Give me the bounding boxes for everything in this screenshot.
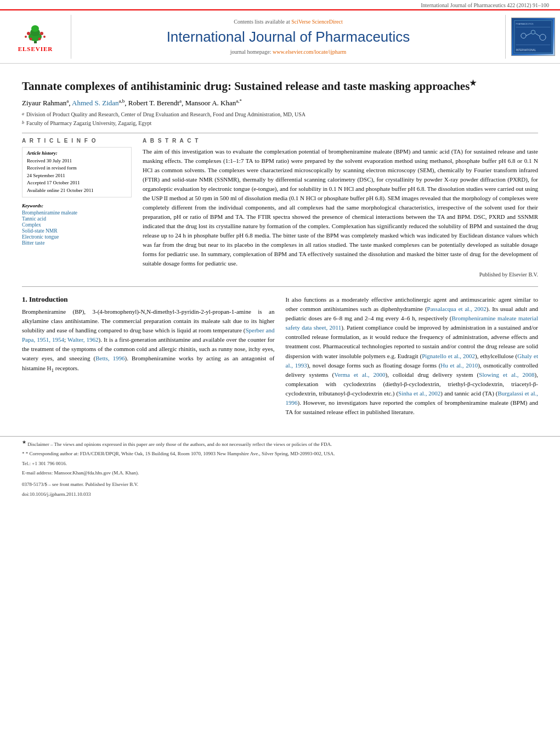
author2-sup: a,b	[119, 98, 125, 104]
ref-passalacqua[interactable]: Passalacqua et al., 2002	[427, 306, 487, 312]
doi-line: doi:10.1016/j.ijpharm.2011.10.033	[22, 491, 538, 497]
tel-footnote: Tel.: +1 301 796 0016.	[22, 460, 538, 468]
keyword-6: Bitter taste	[22, 240, 132, 246]
author3-sup: a	[179, 98, 182, 104]
journal-reference-text: International Journal of Pharmaceutics 4…	[421, 2, 549, 8]
ref-ghaly[interactable]: Ghaly et al., 1993	[286, 353, 539, 369]
svg-point-4	[27, 32, 30, 35]
article-info-abstract-section: A R T I C L E I N F O Article history: R…	[22, 138, 538, 278]
ref-betts[interactable]: Betts, 1996	[95, 355, 125, 361]
affiliation-b: b Faculty of Pharmacy Zagazig University…	[22, 120, 538, 127]
available-online-date: Available online 21 October 2011	[27, 187, 127, 195]
author4-name: Mansoor A. Khan	[185, 99, 236, 108]
published-by: Published by Elsevier B.V.	[143, 271, 538, 278]
journal-title: International Journal of Pharmaceutics	[167, 29, 410, 46]
authors-line: Ziyaur Rahmana, Ahmed S. Zidana,b, Rober…	[22, 98, 538, 108]
author1-sup: a	[66, 98, 69, 104]
keyword-5: Electronic tongue	[22, 234, 132, 240]
article-history-label: Article history:	[27, 150, 127, 156]
abstract-text: The aim of this investigation was to eva…	[143, 147, 538, 269]
svg-text:PHARMACEUTICS: PHARMACEUTICS	[516, 23, 534, 25]
disclaimer-star: ★	[22, 439, 26, 445]
intro-col2-body: It also functions as a moderately effect…	[286, 295, 539, 417]
corresponding-star: *	[22, 451, 25, 456]
ref-walter[interactable]: Walter, 1962	[67, 336, 98, 343]
ref-verma[interactable]: Verma et al., 2000	[334, 371, 385, 378]
affiliations-section: a Division of Product Quality and Resear…	[22, 111, 538, 127]
elsevier-logo: ELSEVIER	[18, 21, 53, 52]
sciverse-link[interactable]: SciVerse ScienceDirect	[291, 19, 343, 25]
journal-reference-bar: International Journal of Pharmaceutics 4…	[0, 0, 560, 9]
elsevier-logo-section: ELSEVIER	[0, 15, 71, 59]
keyword-4: Solid-state NMR	[22, 228, 132, 234]
abstract-column: A B S T R A C T The aim of this investig…	[143, 138, 538, 278]
corresponding-text: * Corresponding author at: FDA/CDER/DPQR…	[26, 451, 335, 456]
journal-homepage-line: journal homepage: www.elsevier.com/locat…	[230, 49, 347, 55]
ref-sinha[interactable]: Sinha et al., 2002	[398, 390, 440, 397]
ref-bpm-safety[interactable]: Brompheniramine maleate material safety …	[286, 315, 539, 331]
footer-section: ★ Disclaimer – The views and opinions ex…	[0, 436, 560, 497]
keyword-2: Tannic acid	[22, 216, 132, 222]
journal-cover-image: INTERNATIONAL PHARMACEUTICS	[511, 18, 555, 56]
article-info-header: A R T I C L E I N F O	[22, 138, 132, 144]
ref-pignatello[interactable]: Pignatello et al., 2002	[422, 353, 475, 359]
affil-b-letter: b	[22, 120, 24, 127]
intro-section: 1. Introduction Brompheniramine (BP), 3-…	[22, 295, 538, 417]
article-info-column: A R T I C L E I N F O Article history: R…	[22, 138, 132, 278]
contents-available-line: Contents lists available at SciVerse Sci…	[234, 19, 343, 25]
svg-point-3	[31, 25, 39, 32]
intro-col-right: It also functions as a moderately effect…	[286, 295, 539, 417]
affil-a-letter: a	[22, 111, 24, 118]
keywords-section: Keywords: Brompheniramine maleate Tannic…	[22, 203, 132, 246]
author4-sup: a,*	[236, 98, 242, 104]
affiliation-a: a Division of Product Quality and Resear…	[22, 111, 538, 118]
svg-text:INTERNATIONAL: INTERNATIONAL	[516, 49, 536, 52]
author1-name: Ziyaur Rahman	[22, 99, 66, 108]
journal-title-section: Contents lists available at SciVerse Sci…	[71, 15, 505, 59]
disclaimer-text: Disclaimer – The views and opinions expr…	[27, 442, 332, 447]
abstract-header: A B S T R A C T	[143, 138, 538, 144]
svg-point-9	[43, 36, 46, 38]
elsevier-tree-icon	[20, 21, 50, 44]
ref-sperber-papa[interactable]: Sperber and Papa, 1951, 1954	[22, 327, 275, 343]
intro-section-number: 1.	[22, 295, 27, 303]
svg-point-5	[40, 32, 43, 35]
title-star: ★	[470, 79, 477, 87]
author3-name: Robert T. Berendt	[128, 99, 179, 108]
issn-line: 0378-5173/$ – see front matter. Publishe…	[22, 482, 538, 487]
received-date: Received 30 July 2011	[27, 157, 127, 165]
corresponding-author-footnote: * * Corresponding author at: FDA/CDER/DP…	[22, 450, 538, 458]
header-divider	[22, 133, 538, 133]
journal-cover-section: INTERNATIONAL PHARMACEUTICS	[505, 15, 560, 59]
svg-point-6	[29, 38, 32, 41]
journal-header: ELSEVIER Contents lists available at Sci…	[0, 9, 560, 64]
disclaimer-footnote: ★ Disclaimer – The views and opinions ex…	[22, 439, 538, 449]
received-revised-label: Received in revised form	[27, 165, 127, 172]
affil-b-text: Faculty of Pharmacy Zagazig University, …	[26, 120, 151, 127]
content-divider	[22, 286, 538, 287]
intro-col1-body: Brompheniramine (BP), 3-(4-bromophenyl)-…	[22, 307, 275, 374]
ref-slowing[interactable]: Slowing et al., 2008	[479, 371, 534, 378]
article-title-text: Tannate complexes of antihistaminic drug…	[22, 80, 470, 93]
elsevier-brand-name: ELSEVIER	[18, 46, 53, 52]
article-title: Tannate complexes of antihistaminic drug…	[22, 78, 538, 94]
ref-hu[interactable]: Hu et al., 2010	[440, 362, 478, 369]
email-footnote: E-mail address: Mansoor.Khan@fda.hhs.gov…	[22, 470, 538, 477]
keywords-header: Keywords:	[22, 203, 132, 208]
intro-section-label: Introduction	[29, 295, 68, 303]
paper-content: Tannate complexes of antihistaminic drug…	[0, 64, 560, 425]
intro-col-left: 1. Introduction Brompheniramine (BP), 3-…	[22, 295, 275, 417]
journal-cover-graphic: INTERNATIONAL PHARMACEUTICS	[513, 18, 553, 55]
article-history-block: Article history: Received 30 July 2011 R…	[22, 147, 132, 198]
journal-homepage-link[interactable]: www.elsevier.com/locate/ijpharm	[273, 49, 346, 55]
accepted-date: Accepted 17 October 2011	[27, 179, 127, 187]
svg-point-8	[25, 36, 27, 38]
author2-name[interactable]: Ahmed S. Zidan	[72, 99, 119, 108]
intro-section-title: 1. Introduction	[22, 295, 275, 304]
keyword-1: Brompheniramine maleate	[22, 210, 132, 216]
affil-a-text: Division of Product Quality and Research…	[26, 111, 306, 118]
revised-date: 24 September 2011	[27, 172, 127, 180]
svg-point-7	[38, 38, 41, 41]
keyword-3: Complex	[22, 222, 132, 228]
